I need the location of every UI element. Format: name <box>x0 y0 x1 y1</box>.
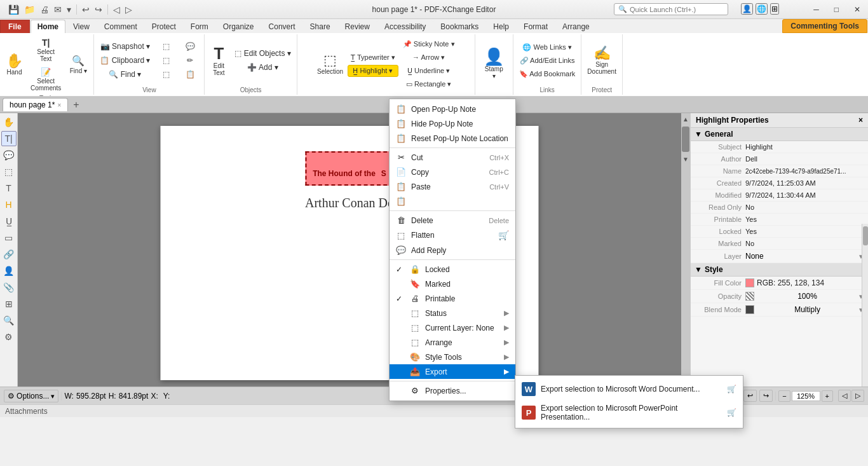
tool-comment[interactable]: 💬 <box>1 147 17 163</box>
qat-more[interactable]: ▾ <box>65 3 73 16</box>
tab-format[interactable]: Format <box>517 20 555 33</box>
ctx-paste[interactable]: 📋 Paste Ctrl+V <box>390 179 515 194</box>
zoom-input[interactable] <box>792 391 820 401</box>
doc-tab-close[interactable]: × <box>57 102 61 109</box>
tool-underline2[interactable]: U̲ <box>1 214 17 229</box>
qat-undo[interactable]: ↩ <box>80 3 92 16</box>
new-tab-button[interactable]: + <box>69 99 83 111</box>
tab-bookmarks[interactable]: Bookmarks <box>433 20 485 33</box>
ribbon-btn-rectangle[interactable]: ▭ Rectangle ▾ <box>400 78 458 90</box>
ribbon-btn-web-links[interactable]: 🌐 Web Links ▾ <box>516 41 579 53</box>
qat-email[interactable]: ✉ <box>52 3 64 16</box>
ribbon-btn-typewriter[interactable]: T̲ Typewriter ▾ <box>348 51 398 64</box>
window-controls[interactable]: ─ □ ✕ <box>806 0 868 19</box>
options-button[interactable]: ⚙ Options... ▾ <box>4 390 58 402</box>
tab-protect[interactable]: Protect <box>145 20 183 33</box>
ctx-open-popup[interactable]: 📋 Open Pop-Up Note <box>390 102 515 116</box>
tool-settings[interactable]: ⚙ <box>1 329 17 345</box>
ribbon-btn-comment2[interactable]: ✏ <box>179 54 201 67</box>
ctx-export[interactable]: 📤 Export ▶ <box>390 364 515 379</box>
quick-launch-input[interactable] <box>630 6 719 13</box>
tool-stamp2[interactable]: 👤 <box>1 263 17 278</box>
tool-attach[interactable]: 📎 <box>1 280 17 295</box>
tab-review[interactable]: Review <box>338 20 377 33</box>
ctx-hide-popup[interactable]: 📋 Hide Pop-Up Note <box>390 116 515 131</box>
ribbon-btn-stamp[interactable]: 👤 Stamp ▾ <box>480 46 507 81</box>
tab-form[interactable]: Form <box>184 20 215 33</box>
ctx-flatten[interactable]: ⬚ Flatten 🛒 <box>390 228 515 243</box>
export-ppt-item[interactable]: P Export selection to Microsoft PowerPoi… <box>515 400 743 425</box>
qat-print[interactable]: 🖨 <box>38 3 51 16</box>
tool-text[interactable]: T <box>1 181 17 196</box>
ctx-current-layer[interactable]: ⬚ Current Layer: None ▶ <box>390 320 515 335</box>
nav-forward-button[interactable]: ↪ <box>759 390 773 402</box>
prop-section-general[interactable]: ▼ General <box>691 128 868 141</box>
ribbon-btn-selection[interactable]: ⬚ Selection <box>314 51 346 77</box>
scroll-controls[interactable]: ◁ ▷ <box>838 390 864 402</box>
ribbon-btn-nav2[interactable]: ⬚ <box>154 54 177 67</box>
tab-comment[interactable]: Comment <box>97 20 144 33</box>
ribbon-btn-nav1[interactable]: ⬚ <box>154 40 177 53</box>
ribbon-btn-select-text[interactable]: T| SelectText <box>27 36 64 64</box>
zoom-in-button[interactable]: + <box>822 390 833 402</box>
ribbon-btn-hand[interactable]: ✋ Hand <box>3 52 26 78</box>
ctx-printable[interactable]: ✓ 🖨 Printable <box>390 291 515 306</box>
ctx-properties[interactable]: ⚙ Properties... <box>390 383 515 398</box>
tool-link[interactable]: 🔗 <box>1 247 17 262</box>
tab-convert[interactable]: Convert <box>262 20 302 33</box>
properties-panel-close[interactable]: × <box>858 116 863 125</box>
ctx-delete[interactable]: 🗑 Delete Delete <box>390 213 515 228</box>
tab-file[interactable]: File <box>0 20 30 33</box>
tool-highlight2[interactable]: H <box>1 197 17 212</box>
ctx-paste-special[interactable]: 📋 <box>390 194 515 209</box>
qat-open[interactable]: 📁 <box>22 3 37 16</box>
scroll-left-button[interactable]: ◁ <box>838 390 851 402</box>
zoom-out-button[interactable]: − <box>778 390 790 402</box>
ctx-reset-popup[interactable]: 📋 Reset Pop-Up Note Location <box>390 131 515 146</box>
ctx-arrange[interactable]: ⬚ Arrange ▶ <box>390 335 515 350</box>
scroll-right-button[interactable]: ▷ <box>851 390 864 402</box>
ribbon-btn-find2[interactable]: 🔍 Find ▾ <box>97 68 153 81</box>
ribbon-btn-snapshot[interactable]: 📷 Snapshot ▾ <box>97 40 153 53</box>
ctx-marked[interactable]: 🔖 Marked <box>390 277 515 291</box>
zoom-control[interactable]: − + <box>778 390 833 402</box>
ribbon-btn-comment3[interactable]: 📋 <box>179 68 201 81</box>
ribbon-btn-edit-objects[interactable]: ⬚ Edit Objects ▾ <box>231 47 294 60</box>
ctx-cut[interactable]: ✂ Cut Ctrl+X <box>390 150 515 165</box>
ribbon-btn-arrow[interactable]: → Arrow ▾ <box>400 51 458 64</box>
tool-hand[interactable]: ✋ <box>1 114 17 130</box>
ribbon-btn-add[interactable]: ➕ Add ▾ <box>231 61 294 74</box>
ribbon-btn-clipboard[interactable]: 📋 Clipboard ▾ <box>97 54 153 67</box>
tab-help[interactable]: Help <box>486 20 516 33</box>
prop-section-style[interactable]: ▼ Style <box>691 263 868 277</box>
qat-redo[interactable]: ↪ <box>93 3 104 16</box>
nav-back-button[interactable]: ↩ <box>743 390 757 402</box>
tool-shapes[interactable]: ▭ <box>1 230 17 245</box>
tool-grid[interactable]: ⊞ <box>1 296 17 312</box>
ribbon-btn-add-bookmark[interactable]: 🔖 Add Bookmark <box>516 68 579 80</box>
qat-back[interactable]: ◁ <box>111 3 122 16</box>
tab-view[interactable]: View <box>66 20 97 33</box>
scroll-up-button[interactable]: ▲ <box>681 114 690 124</box>
ribbon-btn-select-comments[interactable]: 📝 SelectComments <box>27 65 64 93</box>
tool-select[interactable]: T| <box>1 131 17 146</box>
document-scrollbar[interactable]: ▲ ▼ <box>681 113 690 387</box>
tool-zoom[interactable]: 🔍 <box>1 313 17 328</box>
tool-layers[interactable]: ⬚ <box>1 164 17 179</box>
quick-launch-search[interactable]: 🔍 <box>614 3 728 15</box>
close-button[interactable]: ✕ <box>846 0 868 19</box>
minimize-button[interactable]: ─ <box>806 0 827 19</box>
scroll-thumb[interactable] <box>682 127 689 152</box>
panel-scrollbar[interactable] <box>862 224 868 387</box>
tab-accessibility[interactable]: Accessibility <box>377 20 433 33</box>
globe-icon[interactable]: 🌐 <box>756 3 768 15</box>
tab-organize[interactable]: Organize <box>216 20 261 33</box>
ribbon-btn-add-edit-links[interactable]: 🔗 Add/Edit Links <box>516 55 579 67</box>
ribbon-btn-comment1[interactable]: 💬 <box>179 40 201 53</box>
ribbon-btn-highlight[interactable]: H̲ Highlight ▾ <box>348 65 398 77</box>
ribbon-btn-nav3[interactable]: ⬚ <box>154 68 177 81</box>
ctx-add-reply[interactable]: 💬 Add Reply <box>390 243 515 257</box>
ribbon-btn-underline[interactable]: U̲ Underline ▾ <box>400 65 458 77</box>
ctx-copy[interactable]: 📄 Copy Ctrl+C <box>390 165 515 179</box>
quick-access-toolbar[interactable]: 💾 📁 🖨 ✉ ▾ ↩ ↪ ◁ ▷ <box>6 3 134 17</box>
